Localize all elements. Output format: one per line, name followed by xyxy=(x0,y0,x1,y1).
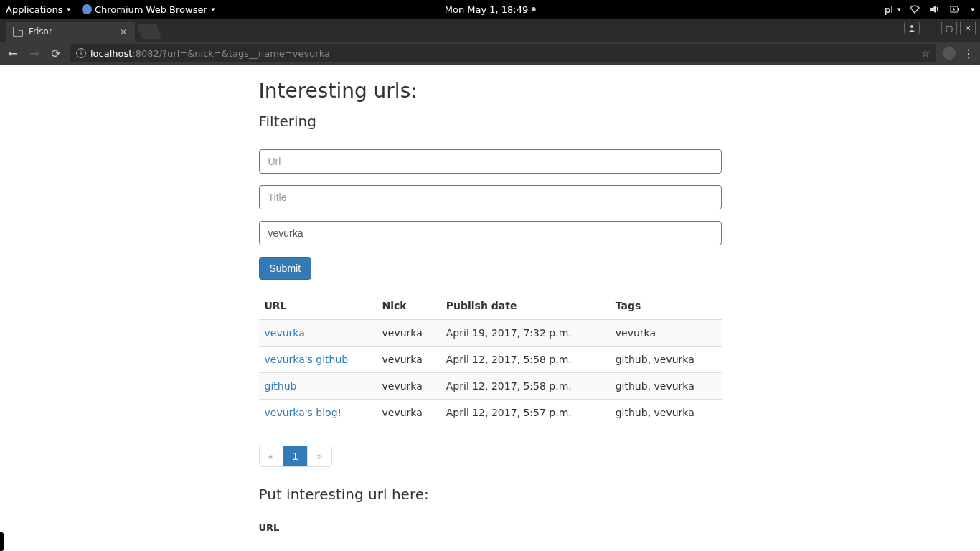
row-tags: github, vevurka xyxy=(610,347,722,373)
pagination: « 1 » xyxy=(259,446,332,467)
row-url-link[interactable]: vevurka's blog! xyxy=(265,407,342,418)
add-url-label: URL xyxy=(259,522,722,533)
applications-label: Applications xyxy=(6,4,62,15)
chevron-down-icon: ▾ xyxy=(897,6,901,13)
pagination-next[interactable]: » xyxy=(308,446,331,466)
row-nick: vevurka xyxy=(377,400,440,426)
forward-button: → xyxy=(27,47,42,60)
keyboard-layout-indicator[interactable]: pl ▾ xyxy=(885,4,900,15)
back-button[interactable]: ← xyxy=(6,47,20,60)
page-content: Interesting urls: Filtering Submit URL N… xyxy=(259,65,722,551)
browser-window: Frisor × — ▢ ✕ ← → ⟳ i localhost:8082/?u… xyxy=(0,19,980,551)
battery-icon[interactable] xyxy=(949,4,961,14)
close-tab-icon[interactable]: × xyxy=(119,26,128,37)
results-table: URL Nick Publish date Tags vevurka vevur… xyxy=(259,293,722,425)
url-path: /?url=&nick=&tags__name=vevurka xyxy=(159,48,330,59)
clock-label: Mon May 1, 18:49 xyxy=(445,4,529,15)
url-port: :8082 xyxy=(132,48,159,59)
chevron-down-icon: ▾ xyxy=(67,6,70,13)
page-icon xyxy=(13,27,23,37)
browser-toolbar: ← → ⟳ i localhost:8082/?url=&nick=&tags_… xyxy=(0,42,980,65)
reload-button[interactable]: ⟳ xyxy=(49,47,63,60)
row-url-link[interactable]: github xyxy=(265,380,297,392)
table-row: vevurka's github vevurka April 12, 2017,… xyxy=(259,347,722,373)
lang-label: pl xyxy=(885,4,893,15)
browser-tab[interactable]: Frisor × xyxy=(6,22,135,42)
browser-menu-icon[interactable]: ⋮ xyxy=(963,47,974,60)
bookmark-star-icon[interactable]: ☆ xyxy=(921,48,930,59)
col-date: Publish date xyxy=(440,293,610,319)
row-tags: vevurka xyxy=(610,319,722,347)
svg-rect-1 xyxy=(958,8,959,11)
url-host: localhost xyxy=(90,48,132,59)
tab-title: Frisor xyxy=(29,27,52,37)
filter-title-input[interactable] xyxy=(259,185,722,209)
wifi-icon[interactable] xyxy=(909,4,920,14)
pagination-prev[interactable]: « xyxy=(260,446,284,466)
clock[interactable]: Mon May 1, 18:49 xyxy=(445,4,536,15)
page-viewport[interactable]: Interesting urls: Filtering Submit URL N… xyxy=(0,65,980,551)
row-tags: github, vevurka xyxy=(610,400,722,426)
address-bar[interactable]: i localhost:8082/?url=&nick=&tags__name=… xyxy=(70,44,936,62)
notification-dot-icon xyxy=(531,7,535,11)
row-date: April 12, 2017, 5:58 p.m. xyxy=(440,347,610,373)
row-nick: vevurka xyxy=(377,373,440,400)
chevron-down-icon: ▾ xyxy=(212,6,215,13)
row-url-link[interactable]: vevurka xyxy=(265,327,305,339)
volume-icon[interactable] xyxy=(929,4,941,14)
add-url-heading: Put interesting url here: xyxy=(259,486,722,509)
table-row: vevurka vevurka April 19, 2017, 7:32 p.m… xyxy=(259,319,722,347)
col-url: URL xyxy=(259,293,377,319)
row-date: April 19, 2017, 7:32 p.m. xyxy=(440,319,610,347)
row-tags: github, vevurka xyxy=(610,373,722,400)
submit-button[interactable]: Submit xyxy=(259,257,312,280)
extension-icon[interactable] xyxy=(943,47,956,60)
row-nick: vevurka xyxy=(377,319,440,347)
applications-menu[interactable]: Applications ▾ xyxy=(6,4,70,15)
svg-point-2 xyxy=(910,25,913,28)
system-menu-chevron-icon[interactable]: ▾ xyxy=(971,6,974,13)
new-tab-button[interactable] xyxy=(137,24,161,39)
tab-strip: Frisor × — ▢ ✕ xyxy=(0,19,980,42)
window-minimize-button[interactable]: — xyxy=(923,22,938,34)
table-row: vevurka's blog! vevurka April 12, 2017, … xyxy=(259,400,722,426)
row-date: April 12, 2017, 5:58 p.m. xyxy=(440,373,610,400)
row-date: April 12, 2017, 5:57 p.m. xyxy=(440,400,610,426)
window-maximize-button[interactable]: ▢ xyxy=(941,22,957,34)
col-tags: Tags xyxy=(610,293,722,319)
filter-url-input[interactable] xyxy=(259,149,722,174)
chromium-icon xyxy=(82,4,92,14)
pagination-page-1[interactable]: 1 xyxy=(283,446,308,466)
filter-heading: Filtering xyxy=(259,113,722,136)
site-info-icon[interactable]: i xyxy=(76,48,86,58)
active-app-menu[interactable]: Chromium Web Browser ▾ xyxy=(82,4,215,15)
active-app-label: Chromium Web Browser xyxy=(95,4,207,15)
row-url-link[interactable]: vevurka's github xyxy=(265,354,349,365)
filter-tags-input[interactable] xyxy=(259,221,722,245)
page-title: Interesting urls: xyxy=(259,79,722,103)
col-nick: Nick xyxy=(377,293,440,319)
desktop-edge-handle xyxy=(0,532,4,551)
table-row: github vevurka April 12, 2017, 5:58 p.m.… xyxy=(259,373,722,400)
desktop-top-bar: Applications ▾ Chromium Web Browser ▾ Mo… xyxy=(0,0,980,19)
window-close-button[interactable]: ✕ xyxy=(960,22,976,34)
row-nick: vevurka xyxy=(377,347,440,373)
user-profile-button[interactable] xyxy=(904,22,920,34)
